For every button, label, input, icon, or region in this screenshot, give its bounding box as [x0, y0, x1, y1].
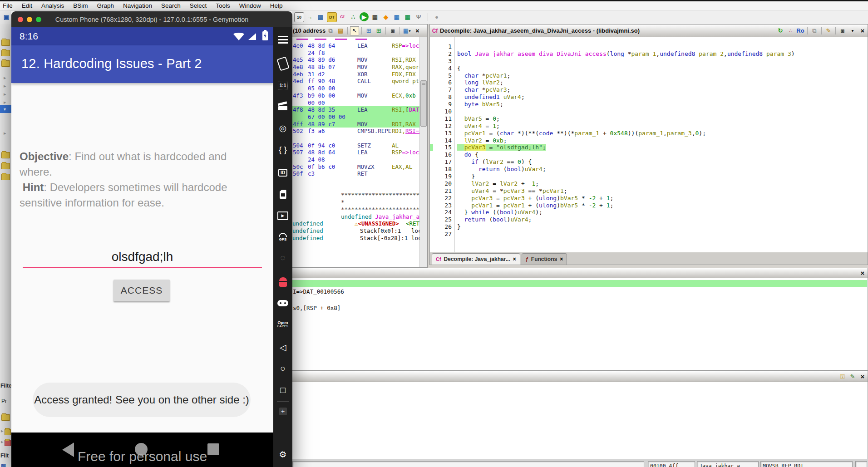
decompile-line[interactable]: 22 pcVar3 = pcVar3 + (ulong)bVar5 * -2 +… — [430, 195, 868, 202]
paste-icon[interactable]: ▤ — [336, 26, 345, 35]
cursor-tool-icon[interactable]: ↖ — [350, 26, 359, 35]
copy-icon[interactable]: ⧉ — [326, 26, 335, 35]
decompile-line[interactable]: 15 pcVar3 = "olsdfgad;lh"; — [430, 144, 868, 151]
copy-icon[interactable]: ⧉ — [810, 26, 819, 35]
decompile-line[interactable]: 8 undefined1 uVar4; — [430, 93, 868, 101]
listing-row[interactable]: 00 00 — [291, 99, 427, 107]
listing-row[interactable]: 24 08 — [291, 156, 427, 163]
listing-comment-row[interactable]: **************************** — [291, 192, 427, 199]
memory-icon[interactable]: ▦ — [370, 12, 380, 21]
import-icon[interactable]: → — [305, 12, 314, 21]
table-check-icon[interactable]: ⊞ — [374, 26, 383, 35]
decompile-line[interactable]: 9 byte bVar5; — [430, 101, 868, 108]
listing-row[interactable]: 502f3 a6CMPSB.REPERDI,RSI=>D — [291, 128, 427, 135]
decompile-line[interactable]: 10 — [430, 108, 868, 115]
video-capture-icon[interactable]: ▶ — [273, 209, 292, 222]
close-icon[interactable]: × — [858, 269, 867, 278]
listing-comment-row[interactable]: undefined Java_jakhar_asee — [291, 213, 427, 221]
folder-icon[interactable] — [1, 50, 10, 56]
nav-back-icon[interactable]: ◁ — [273, 340, 292, 354]
nav-recents-icon[interactable]: □ — [273, 383, 292, 397]
refresh-icon[interactable]: ↻ — [776, 26, 785, 35]
decompile-line[interactable]: 7 char *pcVar3; — [430, 86, 868, 93]
folder-icon[interactable] — [5, 429, 11, 435]
decompile-line[interactable]: 21 uVar4 = *pcVar3 == *pcVar1; — [430, 187, 868, 195]
decompile-line[interactable]: 23 pcVar1 = pcVar1 + (ulong)bVar5 * -2 +… — [430, 202, 868, 209]
braces-icon[interactable]: { } — [273, 143, 292, 157]
menu-item-edit[interactable]: Edit — [22, 2, 32, 9]
decompile-body[interactable]: 12bool Java_jakhar_aseem_diva_DivaJni_ac… — [430, 37, 868, 252]
disc-icon[interactable]: ◌ — [273, 251, 292, 265]
listing-row[interactable]: 67 00 00 00 — [291, 113, 427, 121]
edit-pencil-icon[interactable]: ✎ — [824, 26, 833, 35]
menu-item-search[interactable]: Search — [161, 2, 181, 9]
decompile-line[interactable]: 16 do { — [430, 151, 868, 158]
snapshot-icon[interactable]: ◙ — [838, 26, 847, 35]
listing-comment-row[interactable]: undefinedStack[-0x28]:1 local_28 — [291, 235, 427, 242]
decompile-line[interactable]: 2bool Java_jakhar_aseem_diva_DivaJni_acc… — [430, 50, 868, 58]
play-icon[interactable]: ▶ — [360, 12, 369, 21]
close-icon[interactable]: × — [413, 26, 422, 35]
decompile-line[interactable]: 13 pcVar1 = (char *)(**(code **)(*param_… — [430, 130, 868, 137]
decompile-line[interactable]: 19 } — [430, 173, 868, 180]
table-icon[interactable]: ▦ — [392, 12, 401, 21]
menu-item-file[interactable]: File — [3, 2, 13, 9]
diamond-icon[interactable]: ◆ — [381, 12, 390, 21]
rotate-icon[interactable] — [273, 57, 292, 70]
decompile-line[interactable]: 14 lVar2 = 0xb; — [430, 137, 868, 144]
zoom-window-icon[interactable] — [36, 17, 41, 22]
add-icon[interactable]: + — [273, 404, 292, 418]
listing-comment-row[interactable]: undefinedStack[0x0]:1 local_res — [291, 227, 427, 235]
menu-item-select[interactable]: Select — [190, 2, 207, 9]
minimize-window-icon[interactable] — [27, 17, 32, 22]
snapshot-icon[interactable]: ◙ — [388, 26, 397, 35]
menu-item-graph[interactable]: Graph — [97, 2, 114, 9]
decompile-line[interactable]: 25 return (bool)uVar4; — [430, 216, 868, 223]
listing-comment-row[interactable]: undefined⚠<UNASSIGNED> <RETURN> — [291, 220, 427, 227]
tab-functions[interactable]: ƒFunctions× — [522, 253, 567, 265]
identifiers-icon[interactable]: ID — [273, 166, 292, 179]
access-button[interactable]: ACCESS — [113, 280, 170, 301]
listing-row[interactable]: 4eb31 d2XOREDX,EDX — [291, 71, 427, 78]
listing-row[interactable]: 4f3b9 0b 00MOVECX,0xb — [291, 92, 427, 99]
screencast-icon[interactable] — [273, 100, 292, 113]
binary-icon[interactable]: 10 — [294, 12, 304, 22]
save-icon[interactable]: ▣ — [2, 12, 11, 21]
listing-comment-row[interactable]: **************************** — [291, 206, 427, 213]
decompile-line[interactable]: 18 return (bool)uVar4; — [430, 166, 868, 173]
lab-icon[interactable]: Ψ — [414, 12, 423, 21]
listing-options-icon[interactable]: ▦▾ — [402, 26, 411, 35]
bubble-icon[interactable]: ● — [432, 12, 441, 21]
tab-close-icon[interactable]: × — [560, 256, 563, 262]
gps-icon[interactable]: GPS — [273, 230, 292, 244]
table-go-icon[interactable]: ▦ — [403, 12, 412, 21]
nav-home-icon[interactable]: ○ — [273, 362, 292, 375]
datatype-folder-icon[interactable]: DT — [327, 12, 337, 22]
listing-row[interactable]: 4e848 8b 07MOVRAX,qword — [291, 64, 427, 71]
decompile-line[interactable]: 24 } while ((bool)uVar4); — [430, 209, 868, 216]
edit-pencil-icon[interactable]: ✎ — [848, 372, 857, 381]
listing-row[interactable]: 4f848 8d 35LEARSI,[DAT_0 — [291, 106, 427, 113]
menu-item-analysis[interactable]: Analysis — [41, 2, 64, 9]
chevron-right-icon[interactable]: ▸ — [1, 439, 4, 445]
ro-button[interactable]: Ro — [796, 26, 805, 35]
chevron-right-icon[interactable]: ▸ — [4, 83, 6, 89]
listing-row[interactable] — [291, 135, 427, 142]
genymotion-titlebar[interactable]: Custom Phone (768x1280, 320dpi) - 127.0.… — [11, 11, 292, 27]
menu-item-bsim[interactable]: BSim — [73, 2, 88, 9]
cf-icon[interactable]: Cf — [338, 12, 347, 21]
graph-icon[interactable]: ∴ — [786, 26, 795, 35]
folder-icon[interactable] — [1, 152, 10, 158]
menu-item-tools[interactable]: Tools — [216, 2, 230, 9]
folder-icon[interactable] — [1, 174, 10, 180]
highlight-row[interactable] — [291, 280, 867, 287]
decompile-line[interactable]: 20 lVar2 = lVar2 + -1; — [430, 180, 868, 187]
selected-tree-row[interactable]: ▾ — [0, 105, 12, 113]
decompile-line[interactable]: 11 bVar5 = 0; — [430, 115, 868, 123]
listing-row[interactable]: 4edff 90 48CALLqword ptr — [291, 78, 427, 85]
filmstrip-icon[interactable]: ▦ — [316, 12, 325, 21]
tab-close-icon[interactable]: × — [513, 256, 516, 262]
listing-row[interactable]: 4ff48 89 c7MOVRDI,RAX — [291, 121, 427, 128]
listing-row[interactable]: 24 f8 — [291, 49, 427, 57]
tab-decompile-java-jakhar-[interactable]: CfDecompile: Java_jakhar...× — [432, 253, 520, 265]
